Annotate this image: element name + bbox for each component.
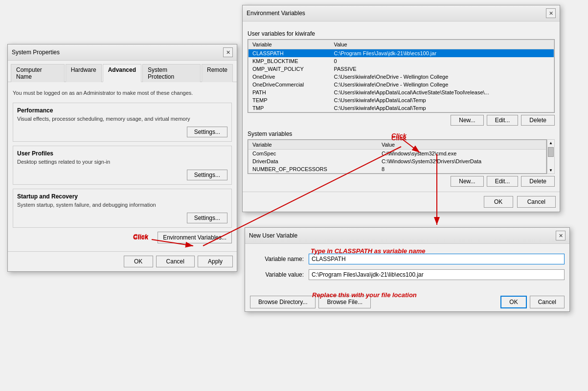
new-var-cancel-button[interactable]: Cancel [530, 296, 565, 308]
user-var-row[interactable]: OneDriveC:\Users\kiwirafe\OneDrive - Wel… [249, 73, 554, 81]
user-profiles-label: User Profiles [17, 150, 227, 157]
tab-system-protection[interactable]: System Protection [142, 64, 201, 82]
user-var-row[interactable]: OneDriveCommercialC:\Users\kiwirafe\OneD… [249, 81, 554, 88]
sys-var-value-cell: C:\Windows\System32\Drivers\DriverData [378, 157, 546, 165]
user-var-variable-cell: KMP_BLOCKTIME [249, 57, 330, 65]
sys-var-col-variable: Variable [249, 140, 378, 150]
user-var-edit-button[interactable]: Edit... [487, 115, 519, 126]
sys-var-variable-cell: NUMBER_OF_PROCESSORS [249, 165, 378, 174]
scroll-up-arrow[interactable]: ▲ [549, 140, 553, 146]
system-properties-tabs: Computer Name Hardware Advanced System P… [8, 61, 237, 82]
var-value-input[interactable] [309, 269, 565, 280]
new-var-close-button[interactable]: ✕ [556, 231, 565, 240]
scroll-down-arrow[interactable]: ▼ [549, 167, 553, 174]
user-var-row[interactable]: TEMPC:\Users\kiwirafe\AppData\Local\Temp [249, 96, 554, 104]
performance-section: Performance Visual effects, processor sc… [13, 103, 232, 142]
new-user-variable-dialog: New User Variable ✕ Variable name: Varia… [245, 227, 570, 312]
user-var-variable-cell: PATH [249, 88, 330, 96]
user-var-value-cell: C:\Users\kiwirafe\AppData\Local\ActiveSt… [330, 88, 554, 96]
user-var-col-value: Value [330, 40, 554, 49]
click-label-1: Click [133, 233, 148, 240]
system-properties-title: System Properties [12, 49, 60, 56]
new-var-titlebar: New User Variable ✕ [245, 228, 569, 244]
var-value-label: Variable value: [250, 271, 309, 278]
sys-vars-table: Variable Value ComSpecC:\Windows\system3… [248, 140, 546, 174]
performance-settings-button[interactable]: Settings... [187, 127, 227, 137]
tab-remote[interactable]: Remote [202, 64, 233, 82]
env-vars-content: User variables for kiwirafe Variable Val… [243, 22, 560, 192]
user-var-variable-cell: OMP_WAIT_POLICY [249, 65, 330, 73]
browse-directory-button[interactable]: Browse Directory... [250, 296, 316, 308]
var-name-row: Variable name: [250, 254, 565, 264]
sys-var-edit-button[interactable]: Edit... [487, 176, 519, 187]
user-var-value-cell: C:\Users\kiwirafe\AppData\Local\Temp [330, 96, 554, 104]
scroll-thumb[interactable] [548, 147, 554, 157]
user-var-new-button[interactable]: New... [451, 115, 483, 126]
sys-var-new-button[interactable]: New... [451, 176, 483, 187]
sys-props-ok-button[interactable]: OK [124, 256, 153, 267]
env-vars-footer: OK Cancel [243, 192, 560, 212]
user-var-variable-cell: CLASSPATH [249, 49, 330, 58]
sys-vars-table-container: Variable Value ComSpecC:\Windows\system3… [248, 139, 547, 174]
performance-label: Performance [17, 107, 227, 114]
user-var-row[interactable]: PATHC:\Users\kiwirafe\AppData\Local\Acti… [249, 88, 554, 96]
user-var-value-cell: C:\Users\kiwirafe\AppData\Local\Temp [330, 104, 554, 112]
click-label-2: Click [391, 132, 407, 139]
user-var-buttons: New... Edit... Delete [248, 115, 555, 126]
environment-variables-dialog: Environment Variables ✕ User variables f… [242, 5, 560, 212]
sys-var-row[interactable]: DriverDataC:\Windows\System32\Drivers\Dr… [249, 157, 546, 165]
new-var-buttons: Browse Directory... Browse File... OK Ca… [245, 293, 569, 311]
system-properties-close-button[interactable]: ✕ [223, 47, 233, 57]
browse-file-button[interactable]: Browse File... [318, 296, 371, 308]
env-vars-cancel-button[interactable]: Cancel [517, 196, 556, 208]
env-vars-titlebar: Environment Variables ✕ [243, 5, 560, 22]
performance-desc: Visual effects, processor scheduling, me… [17, 116, 227, 122]
admin-note: You must be logged on as an Administrato… [13, 87, 232, 99]
startup-recovery-settings-button[interactable]: Settings... [187, 213, 227, 223]
sys-var-buttons: New... Edit... Delete [248, 176, 555, 187]
user-var-delete-button[interactable]: Delete [521, 115, 555, 126]
system-properties-titlebar: System Properties ✕ [8, 44, 237, 61]
sys-props-cancel-button[interactable]: Cancel [156, 256, 195, 267]
user-profiles-settings-button[interactable]: Settings... [187, 170, 227, 180]
new-var-ok-button[interactable]: OK [500, 296, 526, 308]
var-name-label: Variable name: [250, 256, 309, 262]
var-name-input[interactable] [309, 254, 565, 264]
startup-recovery-label: Startup and Recovery [17, 193, 227, 200]
sys-vars-scrollbar[interactable]: ▲ ▼ [547, 139, 555, 174]
user-var-variable-cell: TMP [249, 104, 330, 112]
sys-var-value-cell: 8 [378, 165, 546, 174]
user-vars-table-container: Variable Value CLASSPATHC:\Program Files… [248, 39, 555, 113]
new-var-content: Variable name: Variable value: [245, 244, 569, 290]
system-properties-dialog: System Properties ✕ Computer Name Hardwa… [7, 44, 237, 272]
user-var-value-cell: 0 [330, 57, 554, 65]
new-var-title: New User Variable [249, 232, 297, 239]
user-var-variable-cell: TEMP [249, 96, 330, 104]
user-var-row[interactable]: OMP_WAIT_POLICYPASSIVE [249, 65, 554, 73]
sys-var-col-value: Value [378, 140, 546, 150]
tab-hardware[interactable]: Hardware [66, 64, 102, 82]
env-vars-ok-button[interactable]: OK [484, 196, 513, 208]
user-var-row[interactable]: KMP_BLOCKTIME0 [249, 57, 554, 65]
startup-recovery-desc: System startup, system failure, and debu… [17, 202, 227, 208]
user-var-value-cell: PASSIVE [330, 65, 554, 73]
sys-vars-table-wrap: Variable Value ComSpecC:\Windows\system3… [248, 139, 547, 174]
sys-var-value-cell: C:\Windows\system32\cmd.exe [378, 150, 546, 158]
user-var-row[interactable]: TMPC:\Users\kiwirafe\AppData\Local\Temp [249, 104, 554, 112]
user-var-value-cell: C:\Users\kiwirafe\OneDrive - Wellington … [330, 81, 554, 88]
user-var-value-cell: C:\Program Files\Java\jdk-21\lib\ecs100.… [330, 49, 554, 58]
user-var-variable-cell: OneDriveCommercial [249, 81, 330, 88]
sys-var-delete-button[interactable]: Delete [521, 176, 555, 187]
sys-var-variable-cell: DriverData [249, 157, 378, 165]
system-properties-footer: OK Cancel Apply [8, 251, 237, 271]
user-var-variable-cell: OneDrive [249, 73, 330, 81]
tab-computer-name[interactable]: Computer Name [11, 64, 65, 82]
user-var-row[interactable]: CLASSPATHC:\Program Files\Java\jdk-21\li… [249, 49, 554, 58]
environment-variables-button[interactable]: Environment Variables... [158, 232, 232, 243]
sys-var-row[interactable]: NUMBER_OF_PROCESSORS8 [249, 165, 546, 174]
sys-props-apply-button[interactable]: Apply [198, 256, 233, 267]
env-vars-close-button[interactable]: ✕ [546, 8, 556, 18]
tab-advanced[interactable]: Advanced [103, 64, 141, 82]
env-vars-title: Environment Variables [247, 10, 305, 17]
sys-var-row[interactable]: ComSpecC:\Windows\system32\cmd.exe [249, 150, 546, 158]
